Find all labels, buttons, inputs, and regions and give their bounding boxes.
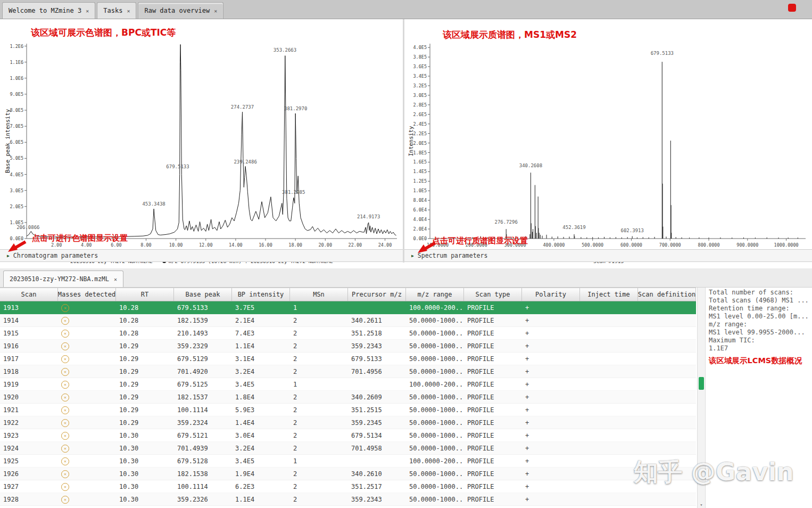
cell-polarity: + [522,304,580,312]
cell-polarity: + [522,406,580,414]
column-header-scan-type[interactable]: Scan type [464,288,522,301]
cell-scan-type: PROFILE [464,496,522,503]
column-header-precursor-m-z[interactable]: Precursor m/z [348,288,406,301]
cell-precursor: 701.4956 [348,368,406,375]
table-row[interactable]: 1914✕10.28182.15392.1E42340.261150.0000-… [0,314,696,327]
table-row[interactable]: 1924✕10.30701.49393.2E42701.495850.0000-… [0,442,696,455]
cell-scan: 1927 [0,483,58,490]
info-line: MS1 level 99.9955-2000... [709,329,811,337]
accordion-label: Spectrum parameters [418,252,488,259]
close-icon[interactable]: ✕ [214,8,217,14]
table-row[interactable]: 1915✕10.28210.14937.4E32351.251850.0000-… [0,327,696,340]
table-row[interactable]: 1928✕10.30359.23261.1E42359.234350.0000-… [0,493,696,506]
cell-base-peak: 679.5121 [174,432,232,439]
chromatogram-parameters-accordion[interactable]: ▶ Chromatogram parameters [0,249,403,262]
table-row[interactable]: 1926✕10.30182.15381.9E42340.261050.0000-… [0,468,696,480]
info-line: MS1 level 0.00-25.00 [m... [709,313,811,321]
cell-rt: 10.29 [116,381,174,388]
svg-text:22.00: 22.00 [349,242,362,248]
cell-base-peak: 679.5129 [174,355,232,363]
close-icon[interactable]: ✕ [127,8,130,14]
tab-tasks[interactable]: Tasks ✕ [97,2,136,19]
column-header-masses-detected[interactable]: Masses detected [58,288,116,301]
cell-rt: 10.29 [116,368,174,375]
column-header-polarity[interactable]: Polarity [522,288,580,301]
cell-mz-range: 50.0000-1000... [406,419,464,427]
table-row[interactable]: 1913✕10.28679.51333.7E51100.0000-200...P… [0,301,696,314]
tab-label: Tasks [103,7,122,14]
table-row[interactable]: 1921✕10.29100.11145.9E32351.251550.0000-… [0,404,696,416]
table-row[interactable]: 1922✕10.29359.23241.4E42359.234550.0000-… [0,416,696,429]
cell-msn: 2 [290,432,348,439]
cell-masses: ✕ [58,355,116,363]
cell-masses: ✕ [58,367,116,376]
column-header-scan-definition[interactable]: Scan definition [638,288,696,301]
tab-welcome[interactable]: Welcome to MZmine 3 ✕ [2,2,95,19]
svg-text:5.0E5: 5.0E5 [10,155,23,161]
close-icon[interactable]: ✕ [114,276,117,282]
chevron-down-icon[interactable]: ▾ [698,502,705,507]
cell-rt: 10.30 [116,445,174,452]
column-header-base-peak[interactable]: Base peak [174,288,232,301]
cell-scan-type: PROFILE [464,355,522,363]
cell-bp-intensity: 2.1E4 [232,317,290,324]
svg-text:3.0E5: 3.0E5 [10,188,23,193]
table-row[interactable]: 1916✕10.29359.23291.1E42359.234350.0000-… [0,340,696,353]
column-header-rt[interactable]: RT [116,288,174,301]
table-row[interactable]: 1925✕10.30679.51283.4E51100.0000-200...P… [0,455,696,468]
tab-raw-file[interactable]: 20230510-zzy-YM272-NBA.mzML ✕ [3,271,123,287]
tab-label: Raw data overview [144,7,210,14]
svg-text:1.2E6: 1.2E6 [10,44,23,49]
table-row[interactable]: 1923✕10.30679.51213.0E42679.513450.0000-… [0,429,696,442]
table-row[interactable]: 1927✕10.30100.11146.2E32351.251750.0000-… [0,480,696,493]
cell-mz-range: 50.0000-1000... [406,355,464,363]
svg-text:1.0E5: 1.0E5 [413,188,427,193]
spectrum-parameters-accordion[interactable]: ▶ Spectrum parameters [404,249,812,262]
cell-precursor: 701.4958 [348,445,406,452]
info-line: m/z range: [709,321,811,329]
column-header-scan[interactable]: Scan [0,288,58,301]
chromatogram-plot[interactable]: 0.0E01.0E52.0E53.0E54.0E55.0E56.0E57.0E5… [3,40,401,267]
cell-scan: 1917 [0,355,58,363]
cell-precursor: 351.2517 [348,483,406,490]
cell-polarity: + [522,419,580,427]
column-header-bp-intensity[interactable]: BP intensity [232,288,290,301]
chart-divider [403,19,404,263]
svg-text:353.2663: 353.2663 [274,47,296,53]
cell-bp-intensity: 5.9E3 [232,406,290,414]
table-row[interactable]: 1918✕10.29701.49203.2E42701.495650.0000-… [0,365,696,378]
table-scrollbar[interactable]: ▾ [697,288,706,508]
cell-mz-range: 50.0000-1000... [406,445,464,452]
cell-scan: 1913 [0,304,58,312]
cell-mz-range: 100.0000-200... [406,381,464,388]
spectrum-plot[interactable]: 0.0E02.0E44.0E46.0E48.0E41.0E51.2E51.4E5… [407,40,810,267]
column-header-msn[interactable]: MSn [290,288,348,301]
cell-scan: 1922 [0,419,58,427]
column-header-m-z-range[interactable]: m/z range [406,288,464,301]
cell-polarity: + [522,445,580,452]
cell-msn: 2 [290,342,348,350]
svg-text:8.0E5: 8.0E5 [10,108,23,113]
cell-scan: 1920 [0,394,58,401]
scrollbar-thumb[interactable] [699,377,704,390]
cell-precursor: 351.2518 [348,330,406,337]
cell-base-peak: 701.4939 [174,445,232,452]
cell-polarity: + [522,394,580,401]
tab-raw-data-overview[interactable]: Raw data overview ✕ [138,2,223,19]
cell-precursor: 340.2611 [348,317,406,324]
table-row[interactable]: 1917✕10.29679.51293.1E42679.513350.0000-… [0,353,696,365]
table-row[interactable]: 1920✕10.29182.15371.8E42340.260950.0000-… [0,391,696,404]
cell-polarity: + [522,496,580,503]
column-header-inject-time[interactable]: Inject time [580,288,638,301]
cell-base-peak: 359.2329 [174,342,232,350]
table-row[interactable]: 1919✕10.29679.51253.4E51100.0000-200...P… [0,378,696,391]
cell-rt: 10.29 [116,406,174,414]
info-line: Maximum TIC: [709,337,811,345]
close-icon[interactable]: ✕ [86,8,89,14]
svg-text:2.6E5: 2.6E5 [413,112,427,117]
cell-bp-intensity: 1.1E4 [232,496,290,503]
cell-scan-type: PROFILE [464,317,522,324]
cell-scan: 1923 [0,432,58,439]
masses-detected-icon: ✕ [61,457,69,465]
chromatogram-svg: 0.0E01.0E52.0E53.0E54.0E55.0E56.0E57.0E5… [3,40,401,267]
